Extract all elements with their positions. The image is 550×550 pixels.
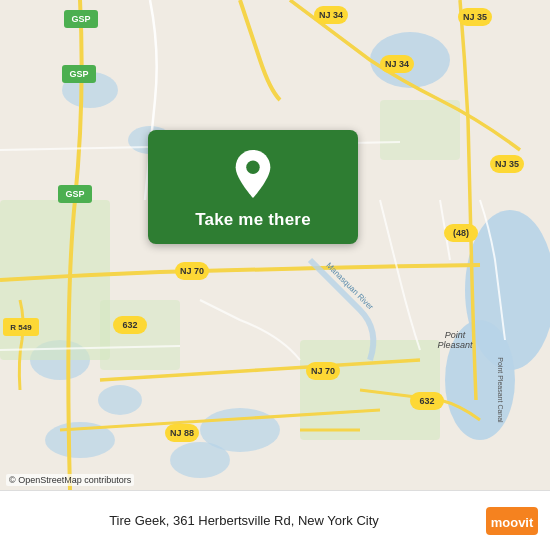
svg-text:NJ 34: NJ 34 xyxy=(385,59,409,69)
svg-point-4 xyxy=(98,385,142,415)
svg-text:632: 632 xyxy=(419,396,434,406)
svg-text:NJ 70: NJ 70 xyxy=(180,266,204,276)
svg-text:Pleasant: Pleasant xyxy=(437,340,473,350)
svg-text:NJ 34: NJ 34 xyxy=(319,10,343,20)
svg-text:GSP: GSP xyxy=(71,14,90,24)
svg-rect-15 xyxy=(100,300,180,370)
map-view: GSP GSP GSP NJ 34 NJ 34 NJ 35 NJ 35 NJ 7… xyxy=(0,0,550,490)
svg-rect-14 xyxy=(380,100,460,160)
svg-point-7 xyxy=(170,442,230,478)
svg-text:moovit: moovit xyxy=(491,515,534,530)
svg-text:NJ 35: NJ 35 xyxy=(463,12,487,22)
svg-point-48 xyxy=(246,161,259,174)
moovit-logo: moovit xyxy=(486,507,538,535)
svg-text:NJ 35: NJ 35 xyxy=(495,159,519,169)
map-attribution: © OpenStreetMap contributors xyxy=(6,474,134,486)
svg-text:632: 632 xyxy=(122,320,137,330)
svg-text:R 549: R 549 xyxy=(10,323,32,332)
location-label: Tire Geek, 361 Herbertsville Rd, New Yor… xyxy=(12,513,476,528)
location-pin-icon xyxy=(231,148,275,200)
svg-text:NJ 70: NJ 70 xyxy=(311,366,335,376)
bottom-bar: Tire Geek, 361 Herbertsville Rd, New Yor… xyxy=(0,490,550,550)
moovit-icon: moovit xyxy=(486,507,538,535)
svg-text:Point: Point xyxy=(445,330,466,340)
svg-text:GSP: GSP xyxy=(65,189,84,199)
svg-text:Point Pleasant Canal: Point Pleasant Canal xyxy=(497,357,504,423)
take-me-there-overlay[interactable]: Take me there xyxy=(148,130,358,244)
svg-text:NJ 88: NJ 88 xyxy=(170,428,194,438)
svg-text:GSP: GSP xyxy=(69,69,88,79)
svg-text:(48): (48) xyxy=(453,228,469,238)
take-me-there-button[interactable]: Take me there xyxy=(195,210,311,230)
